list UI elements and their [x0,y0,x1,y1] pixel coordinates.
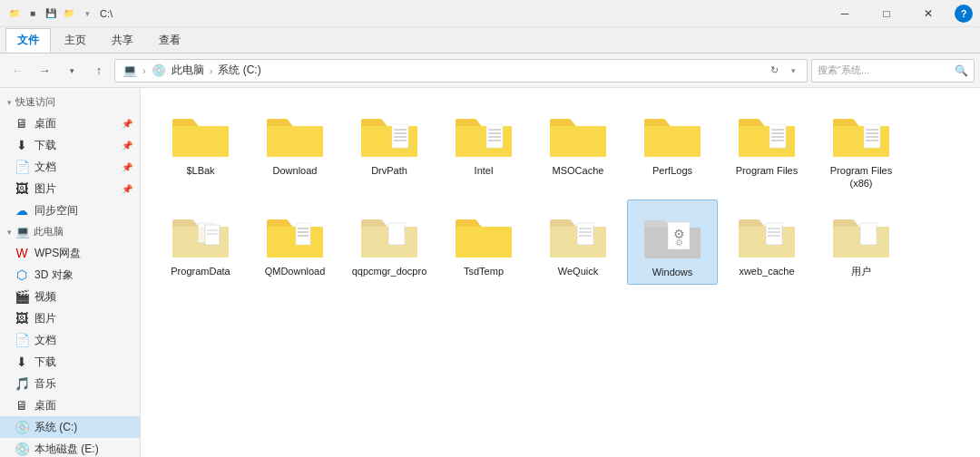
folder-item-wequick[interactable]: WeQuick [533,199,623,285]
folder-name-wequick: WeQuick [558,265,598,277]
download-pc-icon: ⬇ [15,355,29,369]
folder-item-intel[interactable]: Intel [438,99,529,196]
sidebar-item-system-c[interactable]: 💿 系统 (C:) [0,416,140,438]
folder-item-perflogs[interactable]: PerfLogs [627,99,718,196]
up-button[interactable]: ↑ [87,59,111,83]
svg-rect-51 [766,223,782,245]
sidebar-item-download-quick[interactable]: ⬇ 下载 📌 [0,134,140,156]
sidebar-item-videos[interactable]: 🎬 视频 [0,286,140,307]
sidebar: ▾ 快速访问 🖥 桌面 📌 ⬇ 下载 📌 📄 文档 📌 🖼 图片 📌 ☁ 同步空… [0,88,141,457]
sidebar-label-local-e: 本地磁盘 (E:) [34,442,99,457]
sidebar-item-download-pc[interactable]: ⬇ 下载 [0,351,140,373]
sidebar-item-pics-pc[interactable]: 🖼 图片 [0,307,140,329]
folder-item-windows[interactable]: ⚙ ⚙ Windows [627,199,718,285]
svg-rect-17 [769,124,786,148]
sidebar-quick-access-header[interactable]: ▾ 快速访问 [0,92,140,112]
sidebar-item-pics-quick[interactable]: 🖼 图片 📌 [0,178,140,199]
folder-icon-intel [451,104,516,162]
sidebar-label-desktop-pc: 桌面 [34,398,56,413]
svg-rect-56 [860,223,877,245]
folder-name-qmdownload: QMDownload [265,265,326,277]
tab-view[interactable]: 查看 [147,28,192,53]
save-icon[interactable]: 💾 [44,6,58,21]
minimize-button[interactable]: ─ [824,0,866,27]
file-area: $LBak Download DrvPath Intel [141,88,980,457]
sidebar-item-desktop-quick[interactable]: 🖥 桌面 📌 [0,112,140,134]
sidebar-label-wps: WPS网盘 [34,246,81,261]
collapse-arrow-pc: ▾ [7,228,12,237]
folder-icon-wequick [545,205,611,263]
search-bar[interactable]: 搜索"系统... 🔍 [811,59,975,83]
sidebar-item-wps[interactable]: W WPS网盘 [0,242,140,264]
ribbon: 文件 主页 共享 查看 [0,27,980,53]
folder-item-user[interactable]: 用户 [816,199,906,285]
folder-icon-program-files-x86 [828,104,894,162]
collapse-arrow-quick: ▾ [7,98,12,107]
folder-item-program-files-x86[interactable]: Program Files (x86) [816,99,906,196]
address-refresh-btn[interactable]: ↻ [767,64,782,76]
address-bar[interactable]: 💻 › 💿 此电脑 › 系统 (C:) ↻ ▾ [114,59,808,83]
ribbon-tabs: 文件 主页 共享 查看 [0,27,980,53]
folder-name-drvpath: DrvPath [371,164,407,177]
tab-file[interactable]: 文件 [5,28,51,53]
folder-item-drvpath[interactable]: DrvPath [344,99,435,196]
folder-item-tsdtemp[interactable]: TsdTemp [438,199,529,285]
folder-icon-user [828,205,894,263]
sidebar-label-download-quick: 下载 [34,138,56,153]
search-icon[interactable]: 🔍 [955,64,968,77]
address-dropdown-btn[interactable]: ▾ [788,66,799,75]
sidebar-label-system-c: 系统 (C:) [34,420,77,435]
sidebar-item-local-e[interactable]: 💿 本地磁盘 (E:) [0,438,140,457]
folder-item-xweb-cache[interactable]: xweb_cache [721,199,812,285]
folder-item-qmdownload[interactable]: QMDownload [250,199,340,285]
sidebar-item-docs-pc[interactable]: 📄 文档 [0,329,140,351]
folder-name-download: Download [273,164,318,177]
maximize-button[interactable]: □ [866,0,907,27]
sidebar-item-3d[interactable]: ⬡ 3D 对象 [0,264,140,286]
folder-name-qqpcmgr: qqpcmgr_docpro [352,265,427,277]
folder-item-qqpcmgr[interactable]: qqpcmgr_docpro [344,199,435,285]
3d-icon: ⬡ [15,267,29,282]
folder-icon-tsdtemp [451,205,516,263]
music-icon: 🎵 [15,376,29,391]
toolbar: ← → ▾ ↑ 💻 › 💿 此电脑 › 系统 (C:) ↻ ▾ 搜索"系统...… [0,53,980,88]
svg-rect-34 [296,223,310,245]
svg-rect-9 [486,124,503,148]
folder-item-programdata[interactable]: ProgramData [155,199,246,285]
wps-icon: W [15,246,29,260]
sidebar-this-pc-header[interactable]: ▾ 💻 此电脑 [0,221,140,242]
folder-item-msocache[interactable]: MSOCache [533,99,623,196]
close-button[interactable]: ✕ [907,0,949,27]
dropdown-arrow[interactable]: ▾ [80,6,94,21]
title-bar-icons: 📁 ■ 💾 📁 ▾ [7,6,94,21]
pin-icon-pics: 📌 [122,184,132,194]
folder-name-tsdtemp: TsdTemp [464,265,504,277]
this-pc-label: 此电脑 [34,225,64,238]
svg-rect-22 [833,126,889,157]
forward-button[interactable]: → [33,59,56,83]
help-button[interactable]: ? [955,5,973,23]
folder-icon-tb[interactable]: 📁 [62,6,76,21]
sidebar-item-desktop-pc[interactable]: 🖥 桌面 [0,394,140,416]
quick-access-icon[interactable]: ■ [25,6,40,21]
sidebar-label-3d: 3D 对象 [34,267,74,283]
folder-icon-download [262,104,328,162]
window-controls: ─ □ ✕ ? [824,0,973,27]
folder-item-program-files[interactable]: Program Files [721,99,812,196]
desktop-icon: 🖥 [15,116,29,131]
back-button[interactable]: ← [5,59,29,83]
folder-item-lbak[interactable]: $LBak [155,99,246,196]
breadcrumb-this-pc[interactable]: 此电脑 [172,63,204,78]
sidebar-item-docs-quick[interactable]: 📄 文档 📌 [0,156,140,178]
tab-share[interactable]: 共享 [100,28,145,53]
folder-icon-drvpath [357,104,422,162]
docs-pc-icon: 📄 [15,333,29,347]
breadcrumb-system-c[interactable]: 系统 (C:) [218,63,260,78]
folder-item-download[interactable]: Download [250,99,340,196]
sidebar-item-onedrive[interactable]: ☁ 同步空间 [0,199,140,221]
recent-button[interactable]: ▾ [60,59,83,83]
quick-access-label: 快速访问 [15,95,55,109]
sidebar-label-music: 音乐 [34,376,56,392]
sidebar-item-music[interactable]: 🎵 音乐 [0,373,140,394]
tab-home[interactable]: 主页 [53,28,98,53]
